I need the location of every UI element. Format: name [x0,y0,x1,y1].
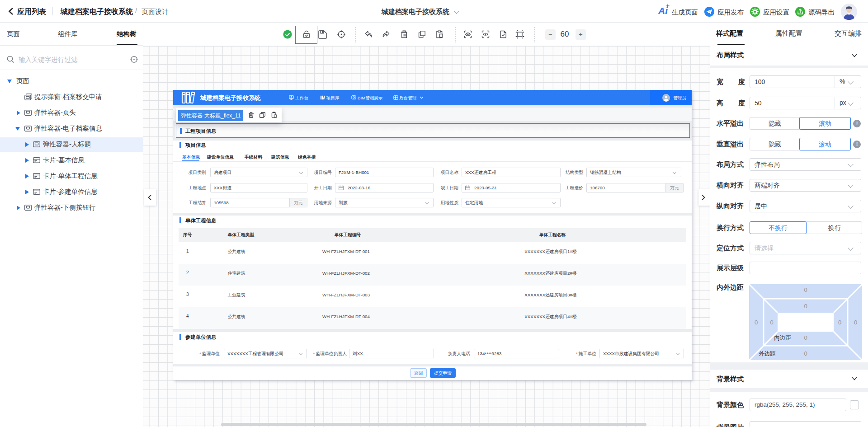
svg-text:0: 0 [854,319,857,326]
svg-text:0: 0 [804,334,807,341]
svg-text:内边距: 内边距 [774,335,791,341]
svg-text:0: 0 [770,319,773,326]
svg-text:0: 0 [804,350,807,357]
svg-text:0: 0 [838,319,841,326]
svg-text:0: 0 [755,319,758,326]
svg-text:0: 0 [804,303,807,310]
svg-text:外边距: 外边距 [759,351,776,357]
svg-text:0: 0 [804,286,807,293]
